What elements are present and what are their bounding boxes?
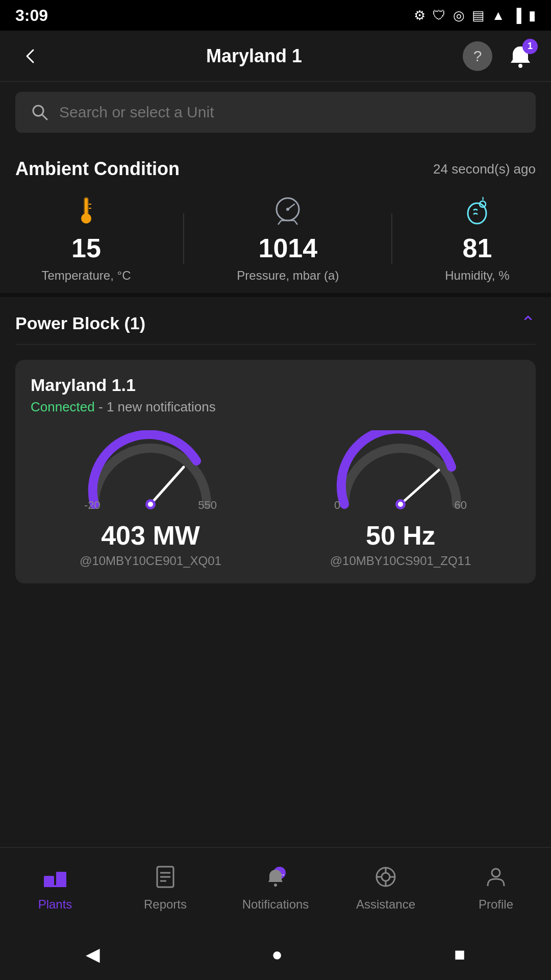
power-block-title: Power Block (1)	[15, 313, 145, 333]
divider-2	[391, 213, 392, 264]
top-nav-actions: ? 1	[462, 41, 536, 71]
gauge1-svg-wrapper: -20 550	[84, 430, 217, 512]
ambient-timestamp: 24 second(s) ago	[433, 161, 536, 177]
svg-line-9	[288, 204, 294, 209]
help-button[interactable]: ?	[462, 41, 493, 71]
help-icon: ?	[463, 41, 492, 71]
profile-label: Profile	[479, 897, 513, 912]
svg-point-32	[274, 884, 277, 887]
gauge2-svg-wrapper: 0 60	[334, 430, 467, 512]
gauge2-min: 0	[334, 499, 340, 512]
temperature-label: Temperature, °C	[41, 268, 131, 283]
svg-rect-23	[46, 871, 52, 876]
gauges-row: -20 550 403 MW @10MBY10CE901_XQ01	[31, 430, 520, 568]
pressure-value: 1014	[259, 233, 318, 263]
notification-badge: 1	[522, 39, 538, 54]
temperature-metric: 15 Temperature, °C	[41, 195, 131, 283]
profile-icon	[485, 866, 507, 893]
notifications-label: Notifications	[242, 897, 309, 912]
svg-line-15	[151, 467, 184, 504]
plants-icon	[43, 866, 67, 893]
recent-nav-button[interactable]: ■	[454, 944, 465, 965]
gauge1-max: 550	[198, 499, 217, 512]
pressure-metric: 1014 Pressure, mbar (a)	[237, 195, 339, 283]
back-nav-button[interactable]: ◀	[86, 944, 100, 965]
assistance-icon	[374, 866, 397, 893]
gauge1-min: -20	[84, 499, 101, 512]
nav-item-assistance[interactable]: Assistance	[331, 848, 441, 929]
svg-rect-24	[59, 868, 64, 872]
svg-rect-22	[56, 872, 66, 887]
nav-item-notifications[interactable]: 2... Notifications	[220, 848, 331, 929]
humidity-value: 81	[462, 233, 492, 263]
svg-point-0	[518, 64, 522, 68]
gauge1-value: 403 MW	[101, 520, 200, 551]
bottom-nav: Plants Reports 2... Notific	[0, 847, 551, 929]
nav-item-plants[interactable]: Plants	[0, 848, 110, 929]
radio-icon: ◎	[453, 8, 465, 23]
status-bar: 3:09 ⚙ 🛡 ◎ ▤ ▲ ▐ ▮	[0, 0, 551, 31]
svg-point-17	[148, 502, 153, 507]
plants-label: Plants	[38, 897, 72, 912]
pressure-label: Pressure, mbar (a)	[237, 268, 339, 283]
gauge2-container: 0 60 50 Hz @10MBY10CS901_ZQ11	[281, 430, 520, 568]
gauge1-tag: @10MBY10CE901_XQ01	[80, 554, 221, 568]
power-block-header[interactable]: Power Block (1) ⌃	[15, 297, 536, 345]
shield-icon: 🛡	[433, 8, 446, 23]
power-block-section: Power Block (1) ⌃ Maryland 1.1 Connected…	[0, 297, 551, 583]
svg-rect-3	[85, 198, 88, 214]
humidity-metric: 81 Humidity, %	[445, 195, 509, 283]
ambient-header: Ambient Condition 24 second(s) ago	[15, 158, 536, 180]
status-icons: ⚙ 🛡 ◎ ▤ ▲ ▐ ▮	[414, 8, 536, 23]
svg-line-12	[294, 220, 297, 225]
nav-item-profile[interactable]: Profile	[441, 848, 551, 929]
ambient-metrics: 15 Temperature, °C 1014 Pressure, mbar (…	[15, 195, 536, 283]
notification-button[interactable]: 1	[505, 41, 536, 71]
search-bar[interactable]	[15, 92, 536, 133]
settings-icon: ⚙	[414, 8, 425, 23]
chevron-up-icon: ⌃	[520, 312, 536, 334]
search-input[interactable]	[59, 104, 520, 121]
gauge1-container: -20 550 403 MW @10MBY10CE901_XQ01	[31, 430, 270, 568]
svg-line-11	[278, 220, 281, 225]
temperature-icon	[73, 195, 99, 228]
svg-point-39	[492, 869, 500, 877]
home-nav-button[interactable]: ●	[271, 944, 283, 965]
search-container	[0, 82, 551, 143]
gauge2-value: 50 Hz	[366, 520, 435, 551]
wifi-icon: ▲	[492, 8, 505, 23]
nav-item-reports[interactable]: Reports	[110, 848, 220, 929]
ambient-section: Ambient Condition 24 second(s) ago 15 Te…	[0, 143, 551, 297]
notifications-icon: 2...	[264, 866, 287, 893]
battery-icon: ▮	[529, 8, 536, 23]
unit-card-status: Connected - 1 new notifications	[31, 399, 520, 415]
humidity-label: Humidity, %	[445, 268, 509, 283]
gauge2-tag: @10MBY10CS901_ZQ11	[330, 554, 471, 568]
temperature-value: 15	[71, 233, 101, 263]
reports-icon	[154, 866, 177, 893]
top-nav: Maryland 1 ? 1	[0, 31, 551, 82]
card-icon: ▤	[472, 8, 485, 23]
ambient-title: Ambient Condition	[15, 158, 180, 180]
humidity-icon	[462, 195, 492, 228]
svg-point-34	[382, 873, 390, 881]
back-button[interactable]	[15, 41, 46, 71]
svg-point-20	[398, 502, 403, 507]
pressure-icon	[273, 195, 303, 228]
unit-card-name: Maryland 1.1	[31, 375, 520, 395]
signal-icon: ▐	[512, 8, 521, 23]
svg-line-18	[400, 470, 439, 504]
svg-rect-25	[44, 885, 66, 887]
page-title: Maryland 1	[206, 45, 302, 67]
divider-1	[183, 213, 184, 264]
svg-point-4	[81, 213, 91, 224]
status-time: 3:09	[15, 6, 48, 25]
gauge2-max: 60	[455, 499, 467, 512]
android-nav: ◀ ● ■	[0, 929, 551, 980]
assistance-label: Assistance	[356, 897, 415, 912]
search-icon	[31, 103, 49, 121]
unit-card[interactable]: Maryland 1.1 Connected - 1 new notificat…	[15, 360, 536, 583]
reports-label: Reports	[144, 897, 187, 912]
